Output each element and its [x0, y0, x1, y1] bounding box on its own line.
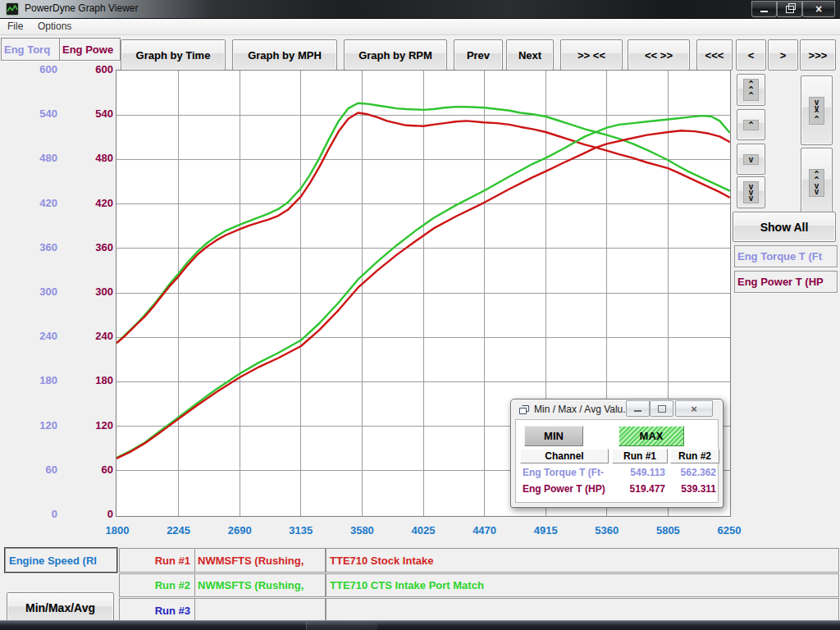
minmax-header-run2[interactable]: Run #2	[670, 449, 719, 463]
scroll-up-fast-button[interactable]: ^^^	[737, 74, 765, 106]
torque-axis-tick: 540	[15, 107, 57, 121]
dialog-minimize-button[interactable]	[626, 400, 650, 417]
torque-axis-tick: 0	[15, 508, 57, 521]
rpm-axis-tick: 1800	[92, 524, 143, 537]
tab-eng-power[interactable]: Eng Powe	[59, 38, 121, 61]
graph-by-mph-button[interactable]: Graph by MPH	[232, 39, 337, 71]
collapse-vertical-button-icon: vv^^	[809, 97, 824, 125]
show-all-button[interactable]: Show All	[733, 212, 836, 242]
rpm-axis-tick: 3135	[276, 524, 326, 537]
close-icon: ×	[815, 3, 822, 15]
minimize-button[interactable]	[751, 1, 777, 17]
minmax-row-channel: Eng Torque T (Ft-	[523, 467, 613, 478]
scroll-left-button[interactable]: <	[736, 39, 766, 71]
power-axis-tick: 300	[71, 285, 113, 299]
scroll-down-fast-button[interactable]: vvv	[737, 176, 765, 208]
run-name-field-3[interactable]	[194, 598, 326, 623]
minmax-header-channel[interactable]: Channel	[520, 449, 609, 463]
dialog-title: Min / Max / Avg Valu...	[534, 404, 631, 415]
restore-icon	[786, 6, 794, 13]
max-toggle-button[interactable]: MAX	[619, 426, 684, 446]
close-icon: ×	[691, 404, 697, 414]
right-channel-label-power: Eng Power T (HP	[734, 271, 838, 293]
scroll-down-button[interactable]: v	[737, 144, 765, 175]
minimize-icon	[634, 406, 641, 412]
rpm-axis-tick: 4470	[459, 524, 510, 537]
rpm-axis-tick: 5360	[582, 524, 632, 537]
restore-icon	[658, 405, 666, 413]
torque-axis-tick: 600	[15, 63, 57, 76]
torque-axis-tick: 360	[15, 241, 57, 254]
zoom-in-button[interactable]: >> <<	[560, 39, 623, 71]
menu-options[interactable]: Options	[38, 21, 71, 32]
torque-axis-tick: 120	[15, 419, 57, 432]
zoom-out-button[interactable]: << >>	[628, 39, 690, 71]
tab-eng-torque[interactable]: Eng Torq	[1, 38, 60, 61]
power-axis-tick: 180	[71, 374, 113, 387]
app-icon	[6, 2, 19, 16]
scroll-far-right-button[interactable]: >>>	[800, 39, 836, 71]
torque-axis-tick: 180	[15, 374, 57, 387]
rpm-axis-tick: 6250	[704, 524, 755, 537]
power-axis-tick: 540	[71, 107, 113, 121]
run-desc-field-2[interactable]: TTE710 CTS Intake Port Match	[326, 573, 839, 597]
rpm-axis-tick: 5805	[642, 524, 693, 537]
expand-vertical-button[interactable]: ^^vv	[801, 148, 833, 217]
power-axis-tick: 60	[71, 463, 113, 477]
scroll-right-button[interactable]: >	[768, 39, 798, 71]
expand-vertical-button-icon: ^^vv	[809, 169, 824, 197]
minmax-row-run2-value: 562.362	[670, 467, 716, 478]
run-desc-field-3[interactable]	[326, 598, 839, 623]
torque-axis-tick: 60	[15, 463, 57, 477]
taskbar-edge	[0, 620, 840, 630]
run-label-3: Run #3	[119, 598, 196, 623]
scroll-up-button[interactable]: ^	[737, 109, 765, 140]
minmax-row-run2-value: 539.311	[670, 483, 716, 495]
rpm-axis-tick: 2245	[153, 524, 204, 537]
scroll-far-left-button[interactable]: <<<	[696, 39, 733, 71]
next-button[interactable]: Next	[506, 39, 554, 71]
power-axis-tick: 600	[71, 63, 113, 76]
right-channel-label-torque: Eng Torque T (Ft	[734, 245, 838, 267]
torque-axis-tick: 480	[15, 152, 57, 165]
power-axis-tick: 420	[71, 197, 113, 210]
minimize-icon	[760, 7, 768, 12]
torque-axis-tick: 420	[15, 197, 57, 210]
graph-by-rpm-button[interactable]: Graph by RPM	[344, 39, 447, 71]
collapse-vertical-button[interactable]: vv^^	[801, 75, 833, 145]
restore-button[interactable]	[777, 1, 802, 17]
close-button[interactable]: ×	[802, 1, 835, 17]
power-axis-tick: 240	[71, 330, 113, 343]
x-channel-box: Engine Speed (RI	[4, 547, 118, 573]
torque-axis-tick: 300	[15, 285, 57, 299]
prev-button[interactable]: Prev	[454, 39, 503, 71]
rpm-axis-tick: 2690	[214, 524, 265, 537]
graph-by-time-button[interactable]: Graph by Time	[121, 39, 226, 71]
run-name-field-1[interactable]: NWMSFTS (Rushing,	[194, 548, 326, 573]
scroll-up-button-icon: ^	[743, 120, 758, 130]
run-label-1: Run #1	[119, 548, 196, 573]
dialog-restore-button[interactable]	[650, 400, 673, 417]
power-axis-tick: 0	[71, 508, 113, 521]
rpm-axis-tick: 3580	[336, 524, 387, 537]
minmax-dialog: Min / Max / Avg Valu... × MIN MAX Channe…	[510, 399, 724, 508]
run-label-2: Run #2	[119, 573, 196, 597]
minmax-avg-button[interactable]: Min/Max/Avg	[7, 592, 114, 623]
titlebar: PowerDyne Graph Viewer ×	[0, 0, 840, 19]
dialog-close-button[interactable]: ×	[675, 400, 713, 417]
scroll-down-fast-button-icon: vvv	[743, 181, 758, 203]
dialog-icon	[518, 404, 531, 415]
min-toggle-button[interactable]: MIN	[524, 426, 583, 446]
torque-axis-tick: 240	[15, 330, 57, 343]
scroll-up-fast-button-icon: ^^^	[743, 79, 758, 101]
power-axis-tick: 360	[71, 241, 113, 254]
minmax-row-run1-value: 549.113	[612, 467, 665, 478]
minmax-row-channel: Eng Power T (HP)	[523, 483, 613, 495]
menu-file[interactable]: File	[7, 21, 23, 32]
minmax-header-run1[interactable]: Run #1	[612, 449, 668, 463]
menubar: File Options	[0, 19, 840, 35]
scroll-down-button-icon: v	[743, 154, 758, 165]
power-axis-tick: 480	[71, 152, 113, 165]
run-name-field-2[interactable]: NWMSFTS (Rushing,	[194, 573, 326, 597]
run-desc-field-1[interactable]: TTE710 Stock Intake	[326, 548, 839, 573]
